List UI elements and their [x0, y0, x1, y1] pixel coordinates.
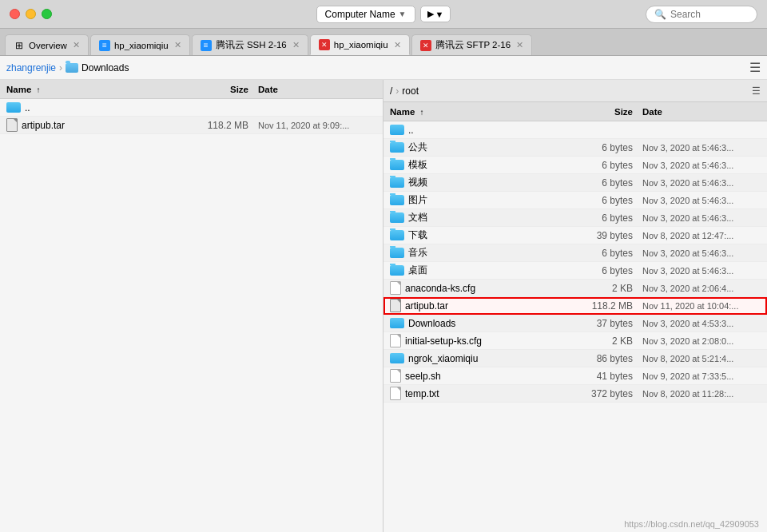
- minimize-button[interactable]: [26, 9, 36, 19]
- breadcrumb: zhangrenjie › Downloads: [6, 62, 749, 73]
- file-date-cell: Nov 8, 2020 at 11:28:...: [633, 389, 761, 399]
- search-input[interactable]: [670, 9, 749, 20]
- breadcrumb-folder[interactable]: Downloads: [81, 62, 129, 73]
- play-icon: ▶: [427, 9, 434, 19]
- tab-hp-xiaomiqiu-2[interactable]: ✕ hp_xiaomiqiu ✕: [310, 34, 410, 55]
- search-bar[interactable]: 🔍: [646, 6, 757, 23]
- tab-hp-xiaomiqiu-1[interactable]: ≡ hp_xiaomiqiu ✕: [90, 34, 190, 55]
- table-row[interactable]: initial-setup-ks.cfg 2 KB Nov 3, 2020 at…: [384, 332, 767, 350]
- file-name-cell: 图片: [390, 193, 553, 207]
- table-row[interactable]: 图片 6 bytes Nov 3, 2020 at 5:46:3...: [384, 192, 767, 209]
- table-row[interactable]: artipub.tar 118.2 MB Nov 11, 2020 at 10:…: [384, 297, 767, 315]
- table-row[interactable]: artipub.tar 118.2 MB Nov 11, 2020 at 9:0…: [0, 117, 383, 134]
- tab-hp-icon-2: ✕: [319, 39, 330, 50]
- file-name-cell: initial-setup-ks.cfg: [390, 334, 553, 347]
- path-arrow: ›: [395, 85, 399, 97]
- tab-tencent-sftp-icon: ✕: [420, 40, 431, 51]
- tar-file-icon: [6, 118, 18, 132]
- file-size-cell: 39 bytes: [553, 230, 633, 241]
- folder-icon: [66, 63, 78, 73]
- folder-icon: [390, 177, 404, 188]
- file-name-cell: ..: [390, 125, 553, 136]
- close-button[interactable]: [10, 9, 20, 19]
- tab-tencent-ssh-label: 腾讯云 SSH 2-16: [216, 39, 287, 51]
- file-name-cell: artipub.tar: [390, 299, 553, 312]
- col-name-header[interactable]: Name ↑: [390, 107, 553, 117]
- tab-hp-label-2: hp_xiaomiqiu: [334, 40, 388, 50]
- right-file-list: .. 公共 6 bytes Nov 3, 2020 at 5:46:3... 模…: [384, 121, 767, 532]
- table-row[interactable]: temp.txt 372 bytes Nov 8, 2020 at 11:28:…: [384, 385, 767, 403]
- table-row[interactable]: 文档 6 bytes Nov 3, 2020 at 5:46:3...: [384, 209, 767, 227]
- breadcrumb-user[interactable]: zhangrenjie: [6, 62, 56, 73]
- tab-tencent-ssh[interactable]: ≡ 腾讯云 SSH 2-16 ✕: [192, 34, 308, 55]
- right-pane: / › root ☰ Name ↑ Size Date .. 公共: [384, 80, 767, 532]
- file-name-cell: anaconda-ks.cfg: [390, 281, 553, 295]
- col-size-header[interactable]: Size: [553, 107, 633, 117]
- tab-overview[interactable]: ⊞ Overview ✕: [5, 34, 89, 55]
- col-date-header[interactable]: Date: [248, 85, 376, 94]
- breadcrumb-sep-1: ›: [59, 62, 62, 73]
- left-hamburger-menu-button[interactable]: ☰: [749, 60, 761, 75]
- table-row[interactable]: 桌面 6 bytes Nov 3, 2020 at 5:46:3...: [384, 262, 767, 280]
- main-area: Name ↑ Size Date .. artipub.tar: [0, 80, 767, 532]
- left-file-list: .. artipub.tar 118.2 MB Nov 11, 2020 at …: [0, 99, 383, 532]
- file-size-cell: 6 bytes: [553, 142, 633, 153]
- computer-name-label: Computer Name: [325, 9, 395, 20]
- table-row[interactable]: 下载 39 bytes Nov 8, 2020 at 12:47:...: [384, 227, 767, 244]
- table-row[interactable]: 公共 6 bytes Nov 3, 2020 at 5:46:3...: [384, 139, 767, 157]
- file-date-cell: Nov 3, 2020 at 4:53:3...: [633, 319, 761, 328]
- file-size-cell: 6 bytes: [553, 195, 633, 206]
- play-button[interactable]: ▶ ▼: [420, 6, 451, 22]
- maximize-button[interactable]: [42, 9, 52, 19]
- table-row[interactable]: 模板 6 bytes Nov 3, 2020 at 5:46:3...: [384, 157, 767, 174]
- file-date-cell: Nov 8, 2020 at 12:47:...: [633, 231, 761, 240]
- col-date-header[interactable]: Date: [633, 107, 761, 117]
- file-size-cell: 6 bytes: [553, 177, 633, 189]
- file-name-cell: 桌面: [390, 264, 553, 277]
- tab-hp-icon-1: ≡: [99, 40, 110, 51]
- computer-name-button[interactable]: Computer Name ▼: [316, 6, 415, 23]
- folder-icon: [390, 230, 404, 240]
- file-date-cell: Nov 11, 2020 at 9:09:...: [248, 121, 376, 130]
- right-column-header: Name ↑ Size Date: [384, 102, 767, 121]
- table-row[interactable]: anaconda-ks.cfg 2 KB Nov 3, 2020 at 2:06…: [384, 280, 767, 297]
- file-name-cell: 文档: [390, 211, 553, 224]
- file-date-cell: Nov 3, 2020 at 5:46:3...: [633, 178, 761, 188]
- right-hamburger-menu-button[interactable]: ☰: [752, 85, 761, 97]
- file-name-cell: 音乐: [390, 246, 553, 260]
- file-name-cell: 模板: [390, 158, 553, 172]
- table-row[interactable]: ngrok_xiaomiqiu 86 bytes Nov 8, 2020 at …: [384, 350, 767, 367]
- tab-close-icon[interactable]: ✕: [516, 40, 523, 50]
- tab-overview-label: Overview: [29, 41, 67, 50]
- left-pane: Name ↑ Size Date .. artipub.tar: [0, 80, 384, 532]
- table-row[interactable]: 视频 6 bytes Nov 3, 2020 at 5:46:3...: [384, 174, 767, 192]
- table-row[interactable]: ..: [0, 99, 383, 117]
- table-row[interactable]: seelp.sh 41 bytes Nov 9, 2020 at 7:33:5.…: [384, 367, 767, 385]
- file-size-cell: 372 bytes: [553, 388, 633, 399]
- file-size-cell: 37 bytes: [553, 318, 633, 329]
- col-name-header[interactable]: Name ↑: [6, 85, 169, 94]
- folder-icon: [390, 195, 404, 205]
- right-pane-header: / › root ☰: [384, 80, 767, 102]
- file-size-cell: 6 bytes: [553, 265, 633, 276]
- folder-icon: [390, 248, 404, 258]
- folder-icon: [390, 353, 404, 363]
- folder-icon: [390, 265, 404, 276]
- tab-close-icon[interactable]: ✕: [174, 40, 181, 50]
- table-row[interactable]: Downloads 37 bytes Nov 3, 2020 at 4:53:3…: [384, 315, 767, 332]
- sort-arrow-icon: ↑: [420, 108, 424, 117]
- table-row[interactable]: 音乐 6 bytes Nov 3, 2020 at 5:46:3...: [384, 244, 767, 262]
- tab-close-icon[interactable]: ✕: [394, 40, 401, 50]
- file-date-cell: Nov 3, 2020 at 2:08:0...: [633, 336, 761, 346]
- tab-close-icon[interactable]: ✕: [292, 40, 300, 50]
- file-size-cell: 118.2 MB: [169, 120, 248, 131]
- col-size-header[interactable]: Size: [169, 85, 248, 94]
- tab-close-icon[interactable]: ✕: [73, 40, 80, 50]
- file-size-cell: 6 bytes: [553, 248, 633, 259]
- file-name-cell: 公共: [390, 141, 553, 154]
- tab-tencent-sftp[interactable]: ✕ 腾讯云 SFTP 2-16 ✕: [411, 34, 533, 55]
- file-icon: [390, 334, 401, 347]
- folder-icon: [6, 102, 21, 113]
- file-date-cell: Nov 3, 2020 at 5:46:3...: [633, 161, 761, 170]
- table-row[interactable]: ..: [384, 121, 767, 139]
